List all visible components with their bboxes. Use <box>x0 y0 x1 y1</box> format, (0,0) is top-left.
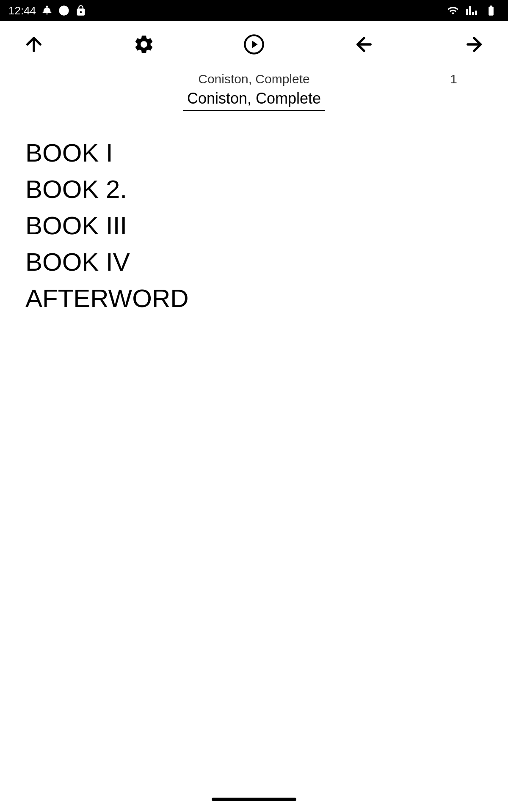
toc-item-afterword[interactable]: AFTERWORD <box>25 282 483 315</box>
header-page-number: 1 <box>450 72 457 86</box>
signal-icon <box>465 5 478 16</box>
status-bar-left: 12:44 <box>8 4 87 17</box>
toc-item-book-1[interactable]: BOOK I <box>25 137 483 170</box>
svg-marker-2 <box>252 41 258 48</box>
settings-button[interactable] <box>127 27 161 61</box>
header-subtitle: Coniston, Complete <box>198 72 309 86</box>
bottom-handle <box>212 798 296 801</box>
status-time: 12:44 <box>8 4 36 17</box>
toc-item-book-3[interactable]: BOOK III <box>25 209 483 242</box>
status-bar: 12:44 <box>0 0 508 21</box>
header-area: Coniston, Complete 1 Coniston, Complete <box>0 68 508 111</box>
battery-icon <box>483 5 500 16</box>
content-area: BOOK I BOOK 2. BOOK III BOOK IV AFTERWOR… <box>0 111 508 315</box>
forward-button[interactable] <box>457 27 491 61</box>
key-icon <box>75 5 87 16</box>
header-title-row: Coniston, Complete 1 <box>0 72 508 86</box>
play-button[interactable] <box>237 27 271 61</box>
toc-item-book-2[interactable]: BOOK 2. <box>25 173 483 206</box>
notification-icon <box>41 5 53 16</box>
wifi-icon <box>445 5 461 16</box>
toolbar <box>0 21 508 68</box>
header-book-title: Coniston, Complete <box>183 90 325 111</box>
back-button[interactable] <box>347 27 381 61</box>
status-bar-right <box>445 5 500 16</box>
toc-item-book-4[interactable]: BOOK IV <box>25 246 483 279</box>
up-button[interactable] <box>17 27 51 61</box>
bottom-bar <box>0 787 508 812</box>
face-icon <box>58 5 70 16</box>
